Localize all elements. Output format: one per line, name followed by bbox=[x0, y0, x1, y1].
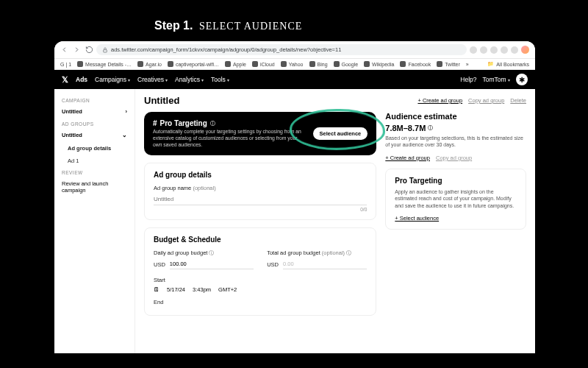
ext-icon[interactable] bbox=[511, 46, 518, 54]
bookmark-item[interactable]: Yahoo bbox=[281, 61, 304, 67]
all-bookmarks[interactable]: 📁 All Bookmarks bbox=[487, 61, 529, 67]
favicon-icon bbox=[77, 61, 83, 67]
bookmark-label: Wikipedia bbox=[372, 62, 394, 67]
profile-avatar-icon[interactable] bbox=[521, 46, 529, 54]
bookmark-item[interactable]: Google bbox=[334, 61, 359, 67]
url-text: ads.twitter.com/campaign_form/1ckvx/camp… bbox=[111, 46, 341, 53]
menu-tools[interactable]: Tools▾ bbox=[211, 76, 229, 83]
ad-group-details-card: Ad group details Ad group name (optional… bbox=[144, 163, 376, 220]
back-icon[interactable] bbox=[60, 46, 68, 54]
favicon-icon bbox=[437, 61, 442, 67]
delete-link[interactable]: Delete bbox=[510, 97, 526, 104]
url-bar[interactable]: ads.twitter.com/campaign_form/1ckvx/camp… bbox=[96, 44, 467, 55]
card-heading: Budget & Schedule bbox=[154, 236, 367, 244]
nav-icons bbox=[60, 46, 93, 54]
total-budget-input[interactable] bbox=[283, 259, 367, 269]
bookmark-item[interactable]: Wikipedia bbox=[364, 61, 394, 67]
title-row: Untitled + Create ad group Copy ad group… bbox=[144, 95, 526, 106]
toolbar-right bbox=[470, 46, 529, 54]
chevron-down-icon: ▾ bbox=[165, 77, 168, 82]
favicon-icon bbox=[225, 61, 231, 67]
range-value: 7.8M–8.7M bbox=[385, 124, 426, 132]
name-label: Ad group name (optional) bbox=[154, 185, 367, 191]
bookmark-label: Message Details -… bbox=[85, 62, 132, 67]
sidebar-item-label: Untitled bbox=[62, 108, 82, 115]
sidebar-group-adgroups: AD GROUPS bbox=[54, 118, 135, 128]
favicon-icon bbox=[168, 61, 173, 67]
favicon-icon bbox=[400, 61, 406, 67]
ext-icon[interactable] bbox=[490, 46, 498, 54]
select-audience-link[interactable]: + Select audience bbox=[395, 215, 439, 222]
x-logo-icon[interactable]: 𝕏 bbox=[62, 75, 68, 85]
svg-rect-0 bbox=[104, 49, 107, 52]
favicon-icon bbox=[364, 61, 370, 67]
app-nav: 𝕏 Ads Campaigns▾ Creatives▾ Analytics▾ T… bbox=[54, 70, 535, 89]
bookmark-item[interactable]: Agar.io bbox=[137, 61, 162, 67]
info-icon[interactable]: ⓘ bbox=[210, 120, 215, 127]
bookmark-item[interactable]: Twitter bbox=[437, 61, 460, 67]
end-label: End bbox=[154, 299, 367, 305]
menu-analytics[interactable]: Analytics▾ bbox=[175, 76, 204, 83]
info-icon[interactable]: ⓘ bbox=[428, 124, 433, 132]
start-date[interactable]: 5/17/24 bbox=[167, 286, 185, 293]
step-number: Step 1. bbox=[154, 19, 193, 32]
bookmark-label: Agar.io bbox=[146, 62, 162, 67]
ext-icon[interactable] bbox=[470, 46, 477, 54]
forward-icon[interactable] bbox=[73, 46, 81, 54]
chevron-down-icon: ▾ bbox=[508, 78, 510, 82]
pro-heading: Pro Targeting bbox=[395, 177, 517, 185]
bookmark-item[interactable]: iCloud bbox=[252, 61, 275, 67]
budget-row: Daily ad group budget ⓘ USD Total ad gro… bbox=[154, 250, 367, 269]
daily-budget-input[interactable] bbox=[170, 259, 254, 269]
sidebar-sub-details[interactable]: Ad group details bbox=[54, 142, 135, 155]
pro-body: Apply an audience to gather insights on … bbox=[395, 188, 517, 209]
sidebar-item-campaign[interactable]: Untitled› bbox=[54, 105, 135, 118]
start-field: Start 🗓 5/17/24 3:43pm GMT+2 bbox=[154, 277, 367, 293]
create-adgroup-link[interactable]: + Create ad group bbox=[417, 97, 462, 104]
bookmark-item[interactable]: Bing bbox=[309, 61, 328, 67]
bookmark-label: Facebook bbox=[408, 62, 431, 67]
currency-label: USD bbox=[267, 261, 279, 268]
bookmark-overflow[interactable]: » bbox=[466, 62, 469, 67]
menu-label: Campaigns bbox=[95, 76, 126, 83]
chevron-down-icon: ▾ bbox=[227, 77, 229, 82]
calendar-icon[interactable]: 🗓 bbox=[154, 286, 159, 293]
banner-heading-text: Pro Targeting bbox=[160, 119, 207, 127]
create-adgroup-link[interactable]: + Create ad group bbox=[385, 155, 430, 161]
sidebar-item-review[interactable]: Review and launch campaign bbox=[54, 177, 135, 197]
sidebar-item-adgroup[interactable]: Untitled⌄ bbox=[54, 128, 135, 142]
ext-icon[interactable] bbox=[480, 46, 487, 54]
account-switcher[interactable]: TomTom ▾ bbox=[483, 76, 511, 83]
reload-icon[interactable] bbox=[85, 46, 93, 54]
app-menu: Campaigns▾ Creatives▾ Analytics▾ Tools▾ bbox=[95, 76, 229, 83]
char-counter: 0/0 bbox=[154, 207, 367, 212]
bookmark-item[interactable]: captiveportal-wifi… bbox=[168, 61, 219, 67]
copy-adgroup-link[interactable]: Copy ad group bbox=[436, 155, 472, 161]
adgroup-name-input[interactable] bbox=[154, 194, 367, 205]
all-bookmarks-label: All Bookmarks bbox=[496, 62, 529, 67]
select-audience-button[interactable]: Select audience bbox=[313, 127, 368, 140]
estimate-actions: + Create ad group Copy ad group bbox=[385, 155, 526, 161]
optional-text: (optional) bbox=[193, 185, 215, 191]
chevron-right-icon: › bbox=[126, 108, 128, 115]
sidebar-sub-ad1[interactable]: Ad 1 bbox=[54, 155, 135, 167]
estimate-heading: Audience estimate bbox=[385, 112, 526, 121]
bookmark-item[interactable]: Facebook bbox=[400, 61, 431, 67]
brand-label: Ads bbox=[76, 76, 87, 83]
bookmark-item[interactable]: Apple bbox=[225, 61, 246, 67]
estimate-desc: Based on your targeting selections, this… bbox=[385, 135, 526, 149]
menu-creatives[interactable]: Creatives▾ bbox=[137, 76, 168, 83]
columns: #Pro Targetingⓘ Automatically complete y… bbox=[144, 112, 526, 316]
sidebar: CAMPAIGN Untitled› AD GROUPS Untitled⌄ A… bbox=[54, 89, 135, 353]
menu-campaigns[interactable]: Campaigns▾ bbox=[95, 76, 130, 83]
info-icon[interactable]: ⓘ bbox=[209, 250, 214, 255]
bookmark-item[interactable]: Message Details -… bbox=[77, 61, 132, 67]
help-link[interactable]: Help? bbox=[460, 76, 476, 83]
lock-icon bbox=[102, 47, 108, 53]
page-title: Untitled bbox=[144, 95, 179, 106]
ext-icon[interactable] bbox=[501, 46, 508, 54]
info-icon[interactable]: ⓘ bbox=[346, 250, 351, 255]
settings-gear-icon[interactable]: ✱ bbox=[516, 74, 528, 85]
start-time[interactable]: 3:43pm bbox=[193, 286, 211, 293]
copy-adgroup-link[interactable]: Copy ad group bbox=[468, 97, 504, 104]
